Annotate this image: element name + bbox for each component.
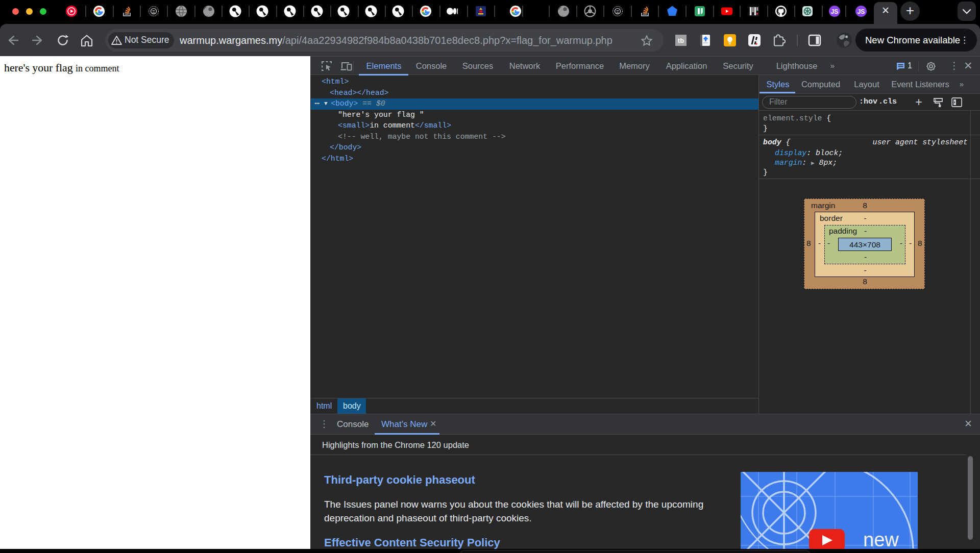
svg-text:Ξ: Ξ: [616, 9, 619, 14]
svg-text:JS: JS: [831, 8, 839, 15]
svg-text:JS: JS: [857, 8, 865, 15]
svg-text:Ξ: Ξ: [152, 9, 155, 14]
svg-text:new: new: [863, 529, 899, 549]
svg-text:tb: tb: [678, 37, 684, 44]
